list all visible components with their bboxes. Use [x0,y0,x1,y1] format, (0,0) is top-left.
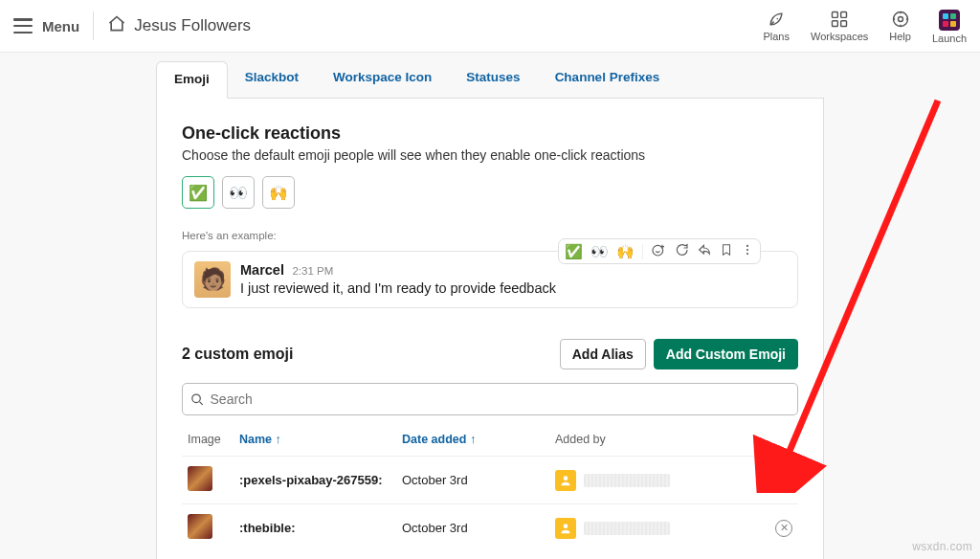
svg-point-8 [746,249,748,251]
nav-help-label: Help [889,31,911,42]
nav-workspaces-label: Workspaces [811,31,868,42]
user-avatar-icon [555,518,576,539]
reaction-slot-2[interactable]: 👀 [222,176,255,209]
toolbar-reaction-2[interactable]: 👀 [590,243,609,260]
toolbar-reaction-1[interactable]: ✅ [565,243,583,260]
home-icon [107,14,126,37]
message-toolbar: ✅ 👀 🙌 [558,238,761,264]
example-message: ✅ 👀 🙌 🧑🏽 Marcel 2:3 [182,251,798,308]
user-name-redacted [584,522,670,535]
emoji-code: :thebible: [234,504,396,552]
message-text: I just reviewed it, and I'm ready to pro… [240,280,556,296]
avatar: 🧑🏽 [194,261,231,298]
hamburger-icon [13,18,33,34]
delete-emoji-button[interactable]: ✕ [775,520,792,537]
svg-point-7 [746,245,748,247]
nav-help[interactable]: Help [889,10,911,42]
tab-channel-prefixes[interactable]: Channel Prefixes [538,60,678,98]
col-name[interactable]: Name ↑ [234,425,396,457]
emoji-date: October 3rd [396,457,549,504]
nav-launch[interactable]: Launch [932,10,967,44]
emoji-date: October 3rd [396,504,549,552]
svg-point-12 [564,524,568,528]
user-avatar-icon [555,470,576,491]
svg-rect-0 [833,12,838,18]
message-author: Marcel [240,262,284,278]
emoji-table: Image Name ↑ Date added ↑ Added by :pexe… [182,425,798,551]
search-input[interactable] [211,391,790,407]
nav-launch-label: Launch [932,33,967,44]
rocket-icon [767,10,786,29]
tabs: Emoji Slackbot Workspace Icon Statuses C… [156,60,824,99]
toolbar-reaction-3[interactable]: 🙌 [616,243,635,260]
emoji-search[interactable] [182,383,798,415]
divider [642,244,643,259]
col-date[interactable]: Date added ↑ [396,425,549,457]
tab-slackbot[interactable]: Slackbot [228,60,316,98]
thread-icon[interactable] [674,242,689,260]
col-image: Image [182,425,234,457]
table-row: :thebible: October 3rd ✕ [182,504,798,552]
svg-point-11 [564,476,568,481]
add-custom-emoji-button[interactable]: Add Custom Emoji [654,339,798,369]
share-icon[interactable] [697,242,712,260]
divider [93,11,94,40]
message-time: 2:31 PM [292,265,333,277]
emoji-code: :pexels-pixabay-267559: [234,457,396,504]
nav-workspaces[interactable]: Workspaces [811,10,868,42]
svg-point-10 [192,394,200,402]
slack-icon [939,10,960,31]
svg-point-9 [746,253,748,255]
emoji-image [188,514,212,539]
custom-emoji-header: 2 custom emoji [182,346,293,363]
user-name-redacted [584,474,670,487]
add-alias-button[interactable]: Add Alias [560,339,646,369]
add-reaction-icon[interactable] [651,242,666,260]
svg-point-4 [893,12,907,27]
svg-point-5 [898,17,902,22]
bookmark-icon[interactable] [720,242,733,260]
menu-label: Menu [42,18,79,34]
delete-emoji-button[interactable]: ✕ [775,472,792,489]
table-row: :pexels-pixabay-267559: October 3rd ✕ [182,457,798,504]
tab-emoji[interactable]: Emoji [156,61,228,99]
tab-statuses[interactable]: Statuses [449,60,537,98]
tab-workspace-icon[interactable]: Workspace Icon [316,60,449,98]
watermark: wsxdn.com [912,540,972,553]
nav-plans-label: Plans [763,31,790,42]
added-by-user[interactable] [555,470,754,491]
one-click-title: One-click reactions [182,123,798,144]
col-added-by: Added by [549,425,760,457]
workspace-name: Jesus Followers [134,16,251,35]
emoji-image [188,466,212,491]
svg-rect-1 [841,12,847,18]
one-click-subtitle: Choose the default emoji people will see… [182,147,798,163]
svg-rect-2 [833,21,838,27]
workspace-link[interactable]: Jesus Followers [107,14,251,37]
more-icon[interactable] [741,242,754,260]
reaction-slot-3[interactable]: 🙌 [262,176,295,209]
help-icon [891,10,910,29]
nav-plans[interactable]: Plans [763,10,790,42]
menu-button[interactable]: Menu [13,18,79,34]
search-icon [190,392,205,407]
added-by-user[interactable] [555,518,754,539]
svg-rect-3 [841,21,847,27]
grid-icon [830,10,849,29]
reaction-slot-1[interactable]: ✅ [182,176,214,209]
